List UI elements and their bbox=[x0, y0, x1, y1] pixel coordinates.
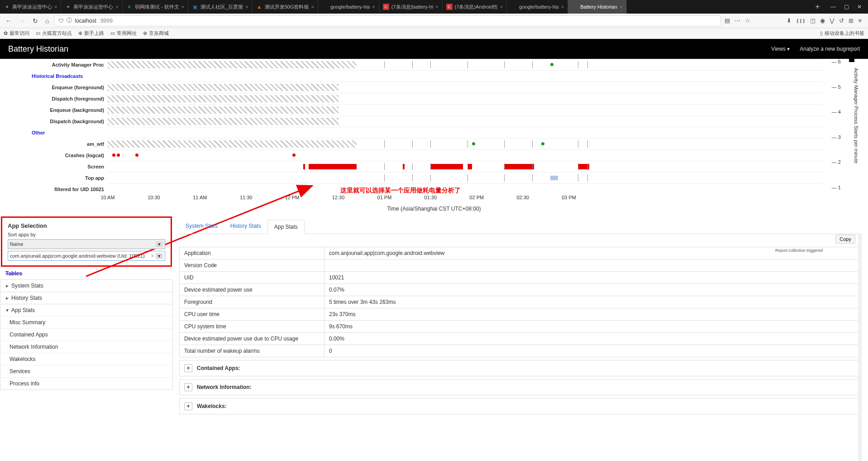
sidebar-item-system-stats[interactable]: System Stats bbox=[0, 279, 173, 292]
timeline-track bbox=[108, 149, 823, 161]
history-icon[interactable]: ↺ bbox=[839, 17, 844, 24]
sidebar-subitem[interactable]: Misc Summary bbox=[0, 316, 173, 328]
menu-analyze[interactable]: Analyze a new bugreport bbox=[800, 46, 860, 52]
main-panel: System StatsHistory StatsApp Stats Copy … bbox=[173, 216, 868, 461]
sidebar-subitem[interactable]: Services bbox=[0, 365, 173, 377]
close-icon[interactable]: × bbox=[115, 4, 118, 10]
close-icon[interactable]: × bbox=[435, 4, 438, 10]
timeline-row-label: Dispatch (background) bbox=[0, 119, 108, 124]
sidebar-subitem[interactable]: Process info bbox=[0, 377, 173, 390]
browser-tab[interactable]: ▣测试人社区_百度搜× bbox=[188, 0, 253, 14]
timeline-track bbox=[108, 59, 823, 70]
bookmark-getting-started[interactable]: ⊕ 新手上路 bbox=[78, 30, 104, 37]
bookmark-common[interactable]: ▭ 常用网址 bbox=[110, 30, 137, 37]
bookmark-star-icon[interactable]: ☆ bbox=[745, 17, 750, 24]
close-icon[interactable]: × bbox=[620, 4, 623, 10]
timeline-row-label: am_wtf bbox=[0, 141, 108, 147]
expand-section[interactable]: + Network Information: bbox=[179, 379, 862, 395]
pocket-icon[interactable]: ⋁ bbox=[830, 17, 835, 24]
table-row: Total number of wakeup alarms0 bbox=[180, 345, 862, 357]
close-icon[interactable]: × bbox=[561, 4, 564, 10]
close-icon[interactable]: × bbox=[311, 4, 314, 10]
app-title: Battery Historian bbox=[8, 44, 68, 54]
nav-back[interactable]: ← bbox=[4, 16, 14, 25]
library-icon[interactable]: ⫿⫿⫿ bbox=[796, 17, 806, 24]
bookmark-jd[interactable]: ⊕ 京东商城 bbox=[143, 30, 169, 37]
close-icon[interactable]: × bbox=[181, 4, 184, 10]
browser-tab[interactable]: ✕弱网络测试 - 软件文× bbox=[123, 0, 188, 14]
timeline-chart: — 6— 5— 4— 3— 2— 1 Activity Manager Proc… bbox=[0, 59, 868, 216]
tab-history-stats[interactable]: History Stats bbox=[224, 219, 267, 234]
browser-tab[interactable]: ✦美甲涂涂运营中心× bbox=[61, 0, 122, 14]
clear-icon[interactable]: × bbox=[149, 253, 156, 259]
table-row: Version Code bbox=[180, 259, 862, 272]
window-minimize[interactable]: — bbox=[830, 4, 836, 10]
timeline-track bbox=[108, 93, 823, 104]
timeline-track bbox=[108, 115, 823, 127]
downloads-icon[interactable]: ⬇ bbox=[787, 17, 792, 24]
browser-tab[interactable]: google/battery-his× bbox=[318, 0, 379, 14]
chevron-icon bbox=[6, 295, 9, 301]
close-icon[interactable]: × bbox=[372, 4, 375, 10]
close-icon[interactable]: × bbox=[54, 4, 57, 10]
account-icon[interactable]: ◉ bbox=[820, 17, 825, 24]
address-bar: ← → ↻ ⌂ 🛡 ⓘ localhost:9999 ▤ ⋯ ☆ ⬇ ⫿⫿⫿ ◫… bbox=[0, 14, 868, 28]
chevron-down-icon: ▾ bbox=[156, 241, 163, 247]
url-input[interactable]: 🛡 ⓘ localhost:9999 bbox=[54, 15, 721, 26]
sidebar-subitem[interactable]: Network Information bbox=[0, 341, 173, 353]
sidebar-subitem[interactable]: Contained Apps bbox=[0, 328, 173, 341]
right-y-axis: — 6— 5— 4— 3— 2— 1 bbox=[832, 59, 841, 190]
bookmark-mobile[interactable]: ▯ 移动设备上的书签 bbox=[820, 30, 864, 37]
timeline-row-label: Historical Broadcasts bbox=[0, 73, 108, 79]
more-icon[interactable]: ⋯ bbox=[734, 17, 740, 24]
nav-reload[interactable]: ↻ bbox=[31, 16, 40, 25]
chevron-down-icon: ▾ bbox=[156, 253, 163, 259]
scrollbar[interactable] bbox=[858, 235, 862, 461]
close-icon[interactable]: × bbox=[245, 4, 248, 10]
sidebar: App Selection Sort apps by Name ▾ com.an… bbox=[0, 216, 173, 461]
browser-tab[interactable]: Battery Historian× bbox=[568, 0, 627, 14]
timeline-row-label: Enqueue (foreground) bbox=[0, 85, 108, 90]
sidebar-subitem[interactable]: Wakelocks bbox=[0, 353, 173, 365]
timeline-track bbox=[108, 172, 823, 183]
x-axis-title: Time (Asia/Shanghai CST UTC+08:00) bbox=[0, 204, 868, 216]
nav-forward[interactable]: → bbox=[17, 16, 27, 25]
plus-icon: + bbox=[184, 402, 192, 410]
sidebar-item-app-stats[interactable]: App Stats bbox=[0, 304, 173, 316]
window-close[interactable]: ✕ bbox=[857, 4, 862, 10]
app-select-input[interactable]: com.anjounail.app|com.google.android.web… bbox=[8, 251, 165, 261]
copy-button[interactable]: Copy bbox=[835, 235, 855, 244]
browser-tab[interactable]: ✦美甲涂涂运营中心× bbox=[0, 0, 61, 14]
table-row: Device estimated power use due to CPU us… bbox=[180, 333, 862, 345]
table-row: CPU user time23s 370ms bbox=[180, 308, 862, 321]
timeline-track bbox=[108, 183, 823, 195]
nav-home[interactable]: ⌂ bbox=[43, 16, 51, 25]
sidebar-item-history-stats[interactable]: History Stats bbox=[0, 292, 173, 304]
sort-dropdown[interactable]: Name ▾ bbox=[8, 239, 165, 249]
bookmark-firefox[interactable]: ▭ 火狐官方站点 bbox=[36, 30, 72, 37]
tab-system-stats[interactable]: System Stats bbox=[179, 219, 224, 234]
expand-section[interactable]: + Contained Apps: bbox=[179, 360, 862, 376]
browser-tab[interactable]: C(7条消息)battery-hi× bbox=[379, 0, 443, 14]
browser-tab[interactable]: google/battery-his× bbox=[507, 0, 568, 14]
table-row: Applicationcom.anjounail.app|com.google.… bbox=[180, 247, 862, 259]
browser-tab[interactable]: C(7条消息)Android性× bbox=[443, 0, 507, 14]
sort-label: Sort apps by bbox=[8, 232, 165, 237]
new-tab-button[interactable]: + bbox=[811, 3, 824, 11]
url-host: localhost bbox=[75, 18, 96, 24]
browser-tab-strip: ✦美甲涂涂运营中心×✦美甲涂涂运营中心×✕弱网络测试 - 软件文×▣测试人社区_… bbox=[0, 0, 868, 14]
bookmark-most-visited[interactable]: ✿ 最常访问 bbox=[4, 30, 29, 37]
browser-tab[interactable]: ▲测试开发50G资料领× bbox=[253, 0, 318, 14]
app-selection-title: App Selection bbox=[8, 222, 165, 229]
app-selection-box: App Selection Sort apps by Name ▾ com.an… bbox=[1, 216, 172, 267]
reader-icon[interactable]: ▤ bbox=[725, 17, 730, 24]
menu-icon[interactable]: ≡ bbox=[858, 17, 862, 24]
tab-app-stats[interactable]: App Stats bbox=[267, 220, 305, 234]
extensions-icon[interactable]: ⊞ bbox=[849, 17, 854, 24]
expand-section[interactable]: + Wakelocks: bbox=[179, 398, 862, 414]
sidebar-icon[interactable]: ◫ bbox=[810, 17, 816, 24]
timeline-track bbox=[108, 127, 823, 138]
close-icon[interactable]: × bbox=[500, 4, 503, 10]
window-maximize[interactable]: ▢ bbox=[844, 4, 849, 10]
menu-views[interactable]: Views ▾ bbox=[771, 46, 790, 52]
